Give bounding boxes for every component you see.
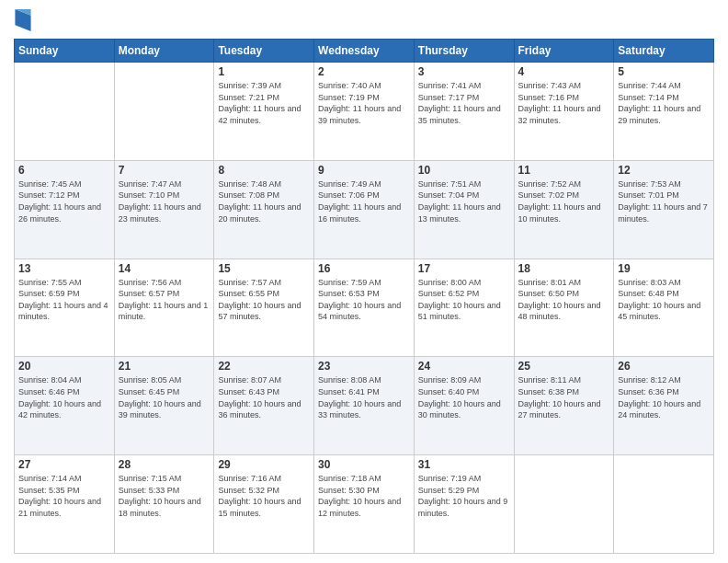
day-number: 31	[418, 458, 510, 471]
day-info: Sunrise: 7:53 AM Sunset: 7:01 PM Dayligh…	[618, 178, 710, 224]
day-info: Sunrise: 7:55 AM Sunset: 6:59 PM Dayligh…	[18, 277, 110, 323]
calendar-cell: 10Sunrise: 7:51 AM Sunset: 7:04 PM Dayli…	[414, 160, 514, 259]
header	[14, 9, 714, 31]
day-info: Sunrise: 7:51 AM Sunset: 7:04 PM Dayligh…	[418, 178, 510, 224]
calendar-cell: 12Sunrise: 7:53 AM Sunset: 7:01 PM Dayli…	[614, 160, 714, 259]
day-number: 17	[418, 262, 510, 275]
calendar-cell: 28Sunrise: 7:15 AM Sunset: 5:33 PM Dayli…	[114, 455, 214, 554]
calendar-week-5: 27Sunrise: 7:14 AM Sunset: 5:35 PM Dayli…	[15, 455, 714, 554]
calendar: SundayMondayTuesdayWednesdayThursdayFrid…	[14, 39, 714, 554]
calendar-cell: 20Sunrise: 8:04 AM Sunset: 6:46 PM Dayli…	[15, 357, 115, 455]
day-info: Sunrise: 7:52 AM Sunset: 7:02 PM Dayligh…	[518, 178, 610, 224]
day-info: Sunrise: 7:47 AM Sunset: 7:10 PM Dayligh…	[119, 178, 210, 224]
calendar-cell: 25Sunrise: 8:11 AM Sunset: 6:38 PM Dayli…	[514, 357, 614, 455]
day-number: 16	[318, 262, 410, 275]
calendar-cell: 31Sunrise: 7:19 AM Sunset: 5:29 PM Dayli…	[414, 455, 514, 554]
calendar-cell: 16Sunrise: 7:59 AM Sunset: 6:53 PM Dayli…	[314, 259, 415, 357]
day-info: Sunrise: 7:39 AM Sunset: 7:21 PM Dayligh…	[218, 80, 310, 126]
day-info: Sunrise: 7:57 AM Sunset: 6:55 PM Dayligh…	[218, 277, 310, 323]
day-number: 7	[119, 164, 210, 177]
day-number: 28	[119, 458, 210, 471]
calendar-cell	[514, 455, 614, 554]
day-info: Sunrise: 8:08 AM Sunset: 6:41 PM Dayligh…	[318, 374, 410, 420]
day-number: 8	[218, 164, 310, 177]
day-number: 19	[618, 262, 710, 275]
day-info: Sunrise: 8:03 AM Sunset: 6:48 PM Dayligh…	[618, 277, 710, 323]
day-number: 11	[518, 164, 610, 177]
day-info: Sunrise: 7:56 AM Sunset: 6:57 PM Dayligh…	[119, 277, 210, 323]
calendar-cell: 3Sunrise: 7:41 AM Sunset: 7:17 PM Daylig…	[414, 63, 514, 161]
day-info: Sunrise: 7:14 AM Sunset: 5:35 PM Dayligh…	[18, 473, 110, 519]
day-info: Sunrise: 7:16 AM Sunset: 5:32 PM Dayligh…	[218, 473, 310, 519]
calendar-cell: 1Sunrise: 7:39 AM Sunset: 7:21 PM Daylig…	[214, 63, 314, 161]
day-info: Sunrise: 8:01 AM Sunset: 6:50 PM Dayligh…	[518, 277, 610, 323]
day-info: Sunrise: 8:11 AM Sunset: 6:38 PM Dayligh…	[518, 374, 610, 420]
day-info: Sunrise: 7:59 AM Sunset: 6:53 PM Dayligh…	[318, 277, 410, 323]
calendar-cell: 22Sunrise: 8:07 AM Sunset: 6:43 PM Dayli…	[214, 357, 314, 455]
calendar-header-row: SundayMondayTuesdayWednesdayThursdayFrid…	[15, 40, 714, 63]
day-number: 30	[318, 458, 410, 471]
day-number: 18	[518, 262, 610, 275]
day-info: Sunrise: 8:09 AM Sunset: 6:40 PM Dayligh…	[418, 374, 510, 420]
day-number: 6	[18, 164, 110, 177]
day-number: 2	[318, 65, 410, 78]
day-info: Sunrise: 7:45 AM Sunset: 7:12 PM Dayligh…	[18, 178, 110, 224]
calendar-cell: 11Sunrise: 7:52 AM Sunset: 7:02 PM Dayli…	[514, 160, 614, 259]
day-info: Sunrise: 7:49 AM Sunset: 7:06 PM Dayligh…	[318, 178, 410, 224]
calendar-cell: 2Sunrise: 7:40 AM Sunset: 7:19 PM Daylig…	[314, 63, 415, 161]
day-number: 15	[218, 262, 310, 275]
day-header-monday: Monday	[114, 40, 214, 63]
day-info: Sunrise: 7:15 AM Sunset: 5:33 PM Dayligh…	[119, 473, 210, 519]
day-header-sunday: Sunday	[15, 40, 115, 63]
calendar-cell	[15, 63, 115, 161]
day-info: Sunrise: 7:41 AM Sunset: 7:17 PM Dayligh…	[418, 80, 510, 126]
calendar-cell: 18Sunrise: 8:01 AM Sunset: 6:50 PM Dayli…	[514, 259, 614, 357]
page: SundayMondayTuesdayWednesdayThursdayFrid…	[0, 0, 728, 563]
day-number: 13	[18, 262, 110, 275]
day-info: Sunrise: 7:40 AM Sunset: 7:19 PM Dayligh…	[318, 80, 410, 126]
day-number: 14	[119, 262, 210, 275]
day-number: 12	[618, 164, 710, 177]
day-header-saturday: Saturday	[614, 40, 714, 63]
calendar-cell: 9Sunrise: 7:49 AM Sunset: 7:06 PM Daylig…	[314, 160, 415, 259]
day-info: Sunrise: 8:04 AM Sunset: 6:46 PM Dayligh…	[18, 374, 110, 420]
day-number: 20	[18, 360, 110, 373]
day-number: 22	[218, 360, 310, 373]
day-number: 4	[518, 65, 610, 78]
day-number: 29	[218, 458, 310, 471]
calendar-cell: 23Sunrise: 8:08 AM Sunset: 6:41 PM Dayli…	[314, 357, 415, 455]
calendar-cell: 14Sunrise: 7:56 AM Sunset: 6:57 PM Dayli…	[114, 259, 214, 357]
day-number: 1	[218, 65, 310, 78]
calendar-cell: 21Sunrise: 8:05 AM Sunset: 6:45 PM Dayli…	[114, 357, 214, 455]
day-number: 9	[318, 164, 410, 177]
calendar-cell: 19Sunrise: 8:03 AM Sunset: 6:48 PM Dayli…	[614, 259, 714, 357]
day-info: Sunrise: 7:18 AM Sunset: 5:30 PM Dayligh…	[318, 473, 410, 519]
day-info: Sunrise: 8:07 AM Sunset: 6:43 PM Dayligh…	[218, 374, 310, 420]
calendar-cell: 8Sunrise: 7:48 AM Sunset: 7:08 PM Daylig…	[214, 160, 314, 259]
calendar-cell: 15Sunrise: 7:57 AM Sunset: 6:55 PM Dayli…	[214, 259, 314, 357]
logo	[14, 9, 36, 31]
calendar-cell: 29Sunrise: 7:16 AM Sunset: 5:32 PM Dayli…	[214, 455, 314, 554]
calendar-week-3: 13Sunrise: 7:55 AM Sunset: 6:59 PM Dayli…	[15, 259, 714, 357]
calendar-cell: 17Sunrise: 8:00 AM Sunset: 6:52 PM Dayli…	[414, 259, 514, 357]
day-info: Sunrise: 7:48 AM Sunset: 7:08 PM Dayligh…	[218, 178, 310, 224]
day-header-thursday: Thursday	[414, 40, 514, 63]
calendar-cell: 6Sunrise: 7:45 AM Sunset: 7:12 PM Daylig…	[15, 160, 115, 259]
calendar-week-2: 6Sunrise: 7:45 AM Sunset: 7:12 PM Daylig…	[15, 160, 714, 259]
day-info: Sunrise: 7:19 AM Sunset: 5:29 PM Dayligh…	[418, 473, 510, 519]
day-header-wednesday: Wednesday	[314, 40, 415, 63]
calendar-cell: 26Sunrise: 8:12 AM Sunset: 6:36 PM Dayli…	[614, 357, 714, 455]
calendar-cell: 30Sunrise: 7:18 AM Sunset: 5:30 PM Dayli…	[314, 455, 415, 554]
day-number: 5	[618, 65, 710, 78]
day-number: 10	[418, 164, 510, 177]
day-number: 25	[518, 360, 610, 373]
day-number: 3	[418, 65, 510, 78]
day-number: 27	[18, 458, 110, 471]
day-info: Sunrise: 8:05 AM Sunset: 6:45 PM Dayligh…	[119, 374, 210, 420]
day-number: 21	[119, 360, 210, 373]
day-header-tuesday: Tuesday	[214, 40, 314, 63]
calendar-cell: 13Sunrise: 7:55 AM Sunset: 6:59 PM Dayli…	[15, 259, 115, 357]
logo-icon	[14, 9, 32, 31]
day-number: 24	[418, 360, 510, 373]
calendar-cell: 5Sunrise: 7:44 AM Sunset: 7:14 PM Daylig…	[614, 63, 714, 161]
